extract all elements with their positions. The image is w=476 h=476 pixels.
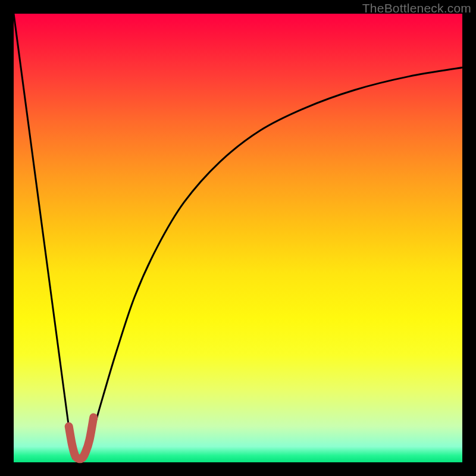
recommended-range-curve [69,418,94,459]
plot-area [14,14,462,462]
bottleneck-curve [14,14,462,459]
chart-frame: TheBottleneck.com [0,0,476,476]
curve-layer [14,14,462,462]
